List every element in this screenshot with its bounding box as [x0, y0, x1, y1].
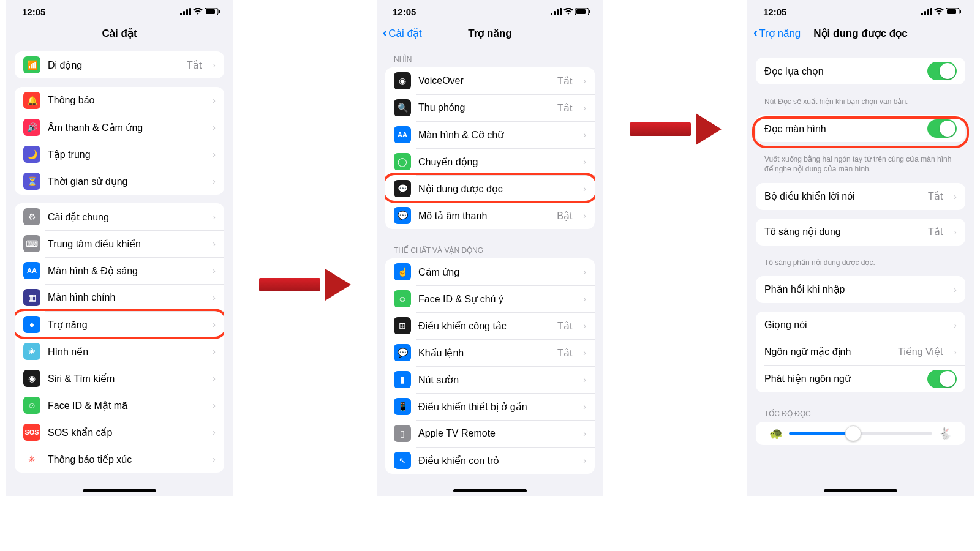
list-item[interactable]: 🔊Âm thanh & Cảm ứng›: [15, 114, 224, 141]
list-item[interactable]: ☺Face ID & Sự chú ý›: [385, 285, 595, 312]
svg-rect-0: [180, 13, 182, 15]
list-item[interactable]: ☺Face ID & Mật mã›: [15, 392, 224, 419]
list-item[interactable]: ▦Màn hình chính›: [15, 284, 224, 311]
status-time: 12:05: [22, 7, 45, 17]
toggle-speak-selection[interactable]: [927, 62, 957, 80]
chevron-right-icon: ›: [954, 227, 957, 237]
svg-rect-17: [930, 8, 932, 15]
list-item[interactable]: ✳Thông báo tiếp xúc›: [15, 446, 224, 473]
row-value: Tắt: [187, 59, 202, 71]
row-value: Tiếng Việt: [898, 346, 943, 358]
svg-rect-14: [921, 13, 923, 15]
chevron-right-icon: ›: [583, 294, 586, 304]
back-button[interactable]: ‹ Trợ năng: [753, 25, 801, 41]
row-label: Màn hình chính: [48, 292, 202, 303]
row-detect-language[interactable]: Phát hiện ngôn ngữ: [756, 365, 965, 392]
row-label: Tô sáng nội dung: [764, 226, 921, 238]
spoken-content-list[interactable]: Đọc lựa chọn Nút Đọc sẽ xuất hiện khi bạ…: [747, 47, 974, 496]
status-bar: 12:05: [6, 0, 233, 20]
home-indicator[interactable]: [83, 489, 156, 492]
list-item[interactable]: AAMàn hình & Cỡ chữ›: [385, 121, 595, 148]
list-item[interactable]: ▮Nút sườn›: [385, 366, 595, 393]
row-label: Màn hình & Độ sáng: [48, 265, 202, 277]
list-item[interactable]: AAMàn hình & Độ sáng›: [15, 257, 224, 284]
list-item[interactable]: ↖Điều khiển con trỏ›: [385, 447, 595, 474]
settings-content[interactable]: 📶Di độngTắt› 🔔Thông báo›🔊Âm thanh & Cảm …: [6, 47, 233, 496]
chevron-right-icon: ›: [213, 149, 216, 159]
footer-speak-selection: Nút Đọc sẽ xuất hiện khi bạn chọn văn bả…: [747, 93, 974, 110]
list-item[interactable]: ▯Apple TV Remote›: [385, 420, 595, 447]
list-item[interactable]: ●Trợ năng›: [15, 311, 224, 338]
row-label: Trợ năng: [48, 319, 202, 331]
text-size-icon: AA: [394, 126, 411, 143]
row-speak-screen[interactable]: Đọc màn hình: [756, 115, 965, 142]
svg-rect-16: [927, 9, 929, 15]
row-label: Tập trung: [48, 149, 202, 160]
list-item[interactable]: ◯Chuyển động›: [385, 148, 595, 175]
row-label: Thông báo tiếp xúc: [48, 454, 202, 465]
list-item[interactable]: 🌙Tập trung›: [15, 141, 224, 168]
back-button[interactable]: ‹ Cài đặt: [383, 25, 422, 41]
row-label: Thông báo: [48, 95, 202, 106]
back-label: Trợ năng: [759, 27, 801, 40]
row-speaking-rate: 🐢 🐇: [756, 422, 965, 445]
status-bar: 12:05: [377, 0, 603, 20]
accessibility-icon: ●: [23, 316, 40, 333]
list-item[interactable]: SOSSOS khẩn cấp›: [15, 419, 224, 446]
chevron-right-icon: ›: [213, 96, 216, 105]
home-indicator[interactable]: [453, 489, 527, 492]
status-time: 12:05: [763, 7, 786, 17]
row-speech-controller[interactable]: Bộ điều khiển lời nói Tắt ›: [756, 183, 965, 210]
list-item[interactable]: ⚙Cài đặt chung›: [15, 203, 224, 230]
chevron-right-icon: ›: [954, 347, 957, 357]
list-item[interactable]: 🔍Thu phóngTắt›: [385, 94, 595, 121]
row-label: Âm thanh & Cảm ứng: [48, 122, 202, 133]
list-item[interactable]: ☝Cảm ứng›: [385, 258, 595, 285]
chevron-right-icon: ›: [213, 347, 216, 356]
row-label: Face ID & Mật mã: [48, 400, 202, 411]
row-label: Phản hồi khi nhập: [764, 283, 943, 295]
voiceover-icon: ◉: [394, 72, 411, 89]
toggle-speak-screen[interactable]: [927, 119, 957, 138]
list-item[interactable]: ◉Siri & Tìm kiếm›: [15, 365, 224, 392]
list-item[interactable]: 💬Khẩu lệnhTắt›: [385, 339, 595, 366]
list-item[interactable]: 📱Điều khiển thiết bị ở gần›: [385, 393, 595, 420]
chevron-right-icon: ›: [583, 211, 586, 220]
row-default-language[interactable]: Ngôn ngữ mặc định Tiếng Việt ›: [756, 339, 965, 365]
row-voices[interactable]: Giọng nói ›: [756, 312, 965, 339]
row-highlight-content[interactable]: Tô sáng nội dung Tắt ›: [756, 219, 965, 246]
svg-rect-2: [186, 9, 188, 15]
row-typing-feedback[interactable]: Phản hồi khi nhập ›: [756, 276, 965, 303]
hare-icon: 🐇: [938, 427, 952, 440]
home-indicator[interactable]: [824, 489, 897, 492]
row-label: Điều khiển công tắc: [418, 320, 550, 332]
list-item[interactable]: 🔔Thông báo›: [15, 87, 224, 114]
accessibility-content[interactable]: NHÌN ◉VoiceOverTắt›🔍Thu phóngTắt›AAMàn h…: [377, 47, 603, 496]
remote-icon: ▯: [394, 425, 411, 442]
list-item[interactable]: 📶Di độngTắt›: [15, 51, 224, 78]
chevron-right-icon: ›: [583, 76, 586, 86]
list-item[interactable]: ⊞Điều khiển công tắcTắt›: [385, 312, 595, 339]
chevron-right-icon: ›: [213, 427, 216, 437]
row-speak-selection[interactable]: Đọc lựa chọn: [756, 58, 965, 84]
list-item[interactable]: ◉VoiceOverTắt›: [385, 67, 595, 94]
chevron-right-icon: ›: [213, 122, 216, 132]
exposure-icon: ✳: [23, 451, 40, 468]
row-label: Cảm ứng: [418, 266, 572, 278]
zoom-icon: 🔍: [394, 99, 411, 116]
signal-icon: [551, 7, 562, 17]
battery-icon: [946, 7, 962, 17]
chevron-right-icon: ›: [583, 429, 586, 438]
speaking-rate-slider[interactable]: [789, 432, 932, 435]
row-label: Face ID & Sự chú ý: [418, 293, 572, 305]
list-item[interactable]: 💬Nội dung được đọc›: [385, 175, 595, 202]
switches-icon: ⌨: [23, 235, 40, 252]
list-item[interactable]: ⌨Trung tâm điều khiển›: [15, 230, 224, 257]
list-item[interactable]: ❀Hình nền›: [15, 338, 224, 365]
cellular-icon: 📶: [23, 56, 40, 73]
toggle-detect-language[interactable]: [927, 370, 957, 388]
list-item[interactable]: 💬Mô tả âm thanhBật›: [385, 202, 595, 229]
list-item[interactable]: ⏳Thời gian sử dụng›: [15, 168, 224, 195]
signal-icon: [921, 7, 932, 17]
switch-control-icon: ⊞: [394, 317, 411, 334]
